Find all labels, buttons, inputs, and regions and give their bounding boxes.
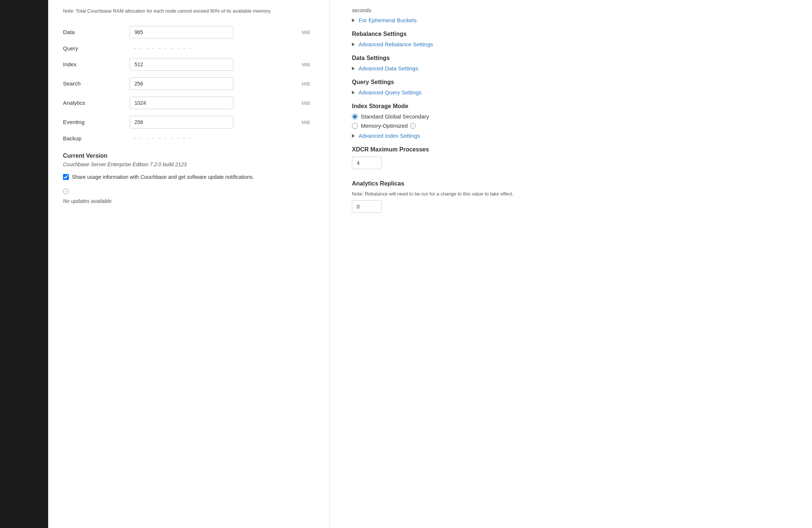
- field-unit-analytics: MiB: [302, 100, 310, 106]
- ephemeral-label[interactable]: For Ephemeral Buckets: [359, 17, 417, 23]
- advanced-data-row[interactable]: Advanced Data Settings: [352, 65, 790, 71]
- field-input-eventing[interactable]: [130, 116, 233, 128]
- query-arrow-icon: [352, 91, 355, 94]
- usage-checkbox-label: Share usage information with Couchbase a…: [72, 173, 254, 181]
- usage-checkbox-row: Share usage information with Couchbase a…: [63, 173, 315, 181]
- advanced-query-row[interactable]: Advanced Query Settings: [352, 89, 790, 96]
- field-unit-search: MiB: [302, 81, 310, 86]
- field-row-eventing: EventingMiB: [63, 116, 315, 128]
- ephemeral-buckets-row[interactable]: For Ephemeral Buckets: [352, 17, 790, 23]
- field-input-analytics[interactable]: [130, 97, 233, 109]
- index-storage-heading: Index Storage Mode: [352, 103, 790, 110]
- field-dashes-backup: - - - - - - - - - -: [130, 132, 197, 144]
- field-row-analytics: AnalyticsMiB: [63, 97, 315, 109]
- index-arrow-icon: [352, 134, 355, 138]
- current-version-title: Current Version: [63, 153, 315, 159]
- no-updates-text: No updates available.: [63, 198, 315, 204]
- xdcr-section-heading: XDCR Maximum Processes: [352, 146, 790, 153]
- field-input-wrap-data: MiB: [130, 26, 315, 39]
- advanced-query-label[interactable]: Advanced Query Settings: [359, 89, 422, 96]
- standard-global-radio[interactable]: [352, 114, 358, 120]
- field-label-data: Data: [63, 29, 130, 35]
- field-input-search[interactable]: [130, 77, 233, 90]
- field-label-backup: Backup: [63, 135, 130, 141]
- advanced-data-label[interactable]: Advanced Data Settings: [359, 65, 418, 71]
- field-unit-eventing: MiB: [302, 119, 310, 125]
- field-input-wrap-index: MiB: [130, 58, 315, 71]
- field-input-wrap-eventing: MiB: [130, 116, 315, 128]
- field-label-search: Search: [63, 80, 130, 87]
- advanced-rebalance-label[interactable]: Advanced Rebalance Settings: [359, 41, 433, 47]
- left-panel: Note: Total Couchbase RAM allocation for…: [48, 0, 330, 528]
- field-input-wrap-query: - - - - - - - - - -: [130, 45, 315, 51]
- advanced-rebalance-row[interactable]: Advanced Rebalance Settings: [352, 41, 790, 47]
- analytics-replicas-note: Note: Rebalance will need to be run for …: [352, 191, 790, 197]
- field-input-wrap-backup: - - - - - - - - - -: [130, 135, 315, 141]
- analytics-replicas-input[interactable]: [352, 200, 382, 213]
- field-dashes-query: - - - - - - - - - -: [130, 42, 197, 54]
- field-input-wrap-search: MiB: [130, 77, 315, 90]
- advanced-index-row[interactable]: Advanced Index Settings: [352, 133, 790, 139]
- rebalance-section-heading: Rebalance Settings: [352, 31, 790, 37]
- standard-global-label: Standard Global Secondary: [361, 113, 429, 120]
- field-label-analytics: Analytics: [63, 100, 130, 106]
- field-row-search: SearchMiB: [63, 77, 315, 90]
- right-panel: seconds For Ephemeral Buckets Rebalance …: [330, 0, 812, 528]
- standard-global-row: Standard Global Secondary: [352, 113, 790, 120]
- index-storage-mode-group: Standard Global Secondary Memory-Optimiz…: [352, 113, 790, 129]
- field-row-query: Query- - - - - - - - - -: [63, 45, 315, 51]
- memory-optimized-row: Memory-Optimized i: [352, 123, 790, 129]
- data-section-heading: Data Settings: [352, 55, 790, 61]
- info-icon[interactable]: i: [63, 188, 69, 194]
- memory-optimized-info-icon[interactable]: i: [410, 123, 416, 129]
- analytics-replicas-heading: Analytics Replicas: [352, 180, 790, 187]
- seconds-text: seconds: [352, 7, 790, 13]
- field-unit-data: MiB: [302, 29, 310, 35]
- xdcr-input-wrap: [352, 157, 790, 169]
- field-label-index: Index: [63, 61, 130, 67]
- field-row-data: DataMiB: [63, 26, 315, 39]
- advanced-index-label[interactable]: Advanced Index Settings: [359, 133, 420, 139]
- field-row-index: IndexMiB: [63, 58, 315, 71]
- field-unit-index: MiB: [302, 61, 310, 67]
- data-arrow-icon: [352, 67, 355, 70]
- version-text: Couchbase Server Enterprise Edition 7.2.…: [63, 161, 315, 167]
- ram-note: Note: Total Couchbase RAM allocation for…: [63, 7, 315, 15]
- field-label-eventing: Eventing: [63, 119, 130, 125]
- usage-checkbox[interactable]: [63, 174, 69, 180]
- memory-optimized-label: Memory-Optimized: [361, 123, 408, 129]
- field-input-wrap-analytics: MiB: [130, 97, 315, 109]
- ephemeral-arrow-icon: [352, 19, 355, 22]
- analytics-input-wrap: [352, 200, 790, 213]
- rebalance-arrow-icon: [352, 43, 355, 46]
- field-input-index[interactable]: [130, 58, 233, 71]
- field-input-data[interactable]: [130, 26, 233, 39]
- xdcr-input[interactable]: [352, 157, 382, 169]
- query-section-heading: Query Settings: [352, 79, 790, 86]
- field-label-query: Query: [63, 45, 130, 51]
- field-row-backup: Backup- - - - - - - - - -: [63, 135, 315, 141]
- memory-optimized-radio[interactable]: [352, 123, 358, 129]
